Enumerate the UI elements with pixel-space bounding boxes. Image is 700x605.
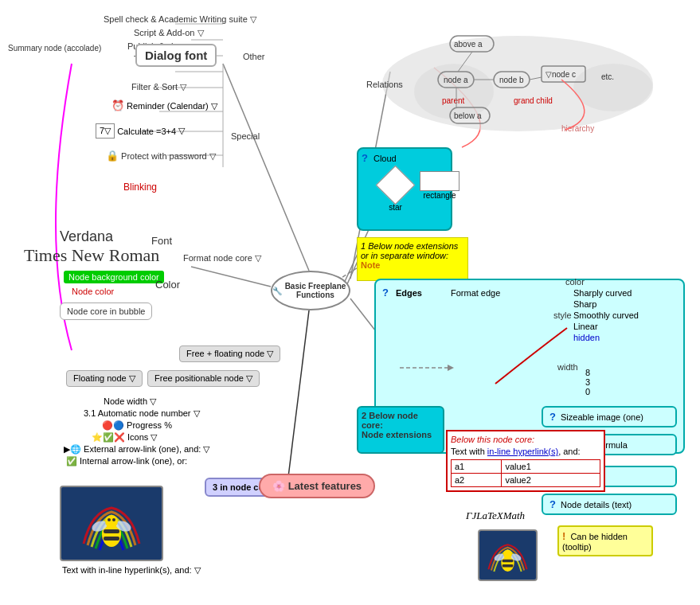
below-node-cyan: 2 Below node core: Node extensions [357,406,444,454]
svg-rect-53 [503,564,514,567]
node-details-qmark: ? [549,498,556,510]
format-node-core[interactable]: Format node core ▽ [183,253,261,263]
svg-line-0 [223,64,309,271]
template-style-node[interactable]: Dialog font [135,44,217,67]
times-font-label: Times New Roman [24,245,159,266]
svg-rect-52 [503,559,514,561]
floating-node[interactable]: Floating node ▽ [66,370,143,387]
can-be-hidden: ! Can be hidden (tooltip) [557,525,653,556]
free-positionable-node[interactable]: Free positionable node ▽ [147,370,260,387]
excl-icon: ! [562,530,565,542]
edge-width-values: 8 3 0 [585,368,590,396]
cloud-qmark: ? [362,152,368,164]
tool-icon: 🔧 [272,287,282,295]
external-link[interactable]: ▶🌐 External arrow-link (one), and: ▽ [64,444,209,455]
blinking-text: Blinking [123,182,157,193]
progress[interactable]: 🔴🔵 Progress % [102,420,172,431]
filter-sort-menu[interactable]: Filter & Sort ▽ [131,82,186,92]
below-core-red: Below this node core: Text with in-line … [446,430,605,492]
node-width[interactable]: Node width ▽ [104,396,156,407]
reminder-item[interactable]: ⏰ Reminder (Calendar) ▽ [111,100,217,111]
relations-cloud: Relations above a node a node b ▽node c … [358,28,653,139]
svg-text:parent: parent [442,96,465,105]
icons-row[interactable]: ⭐✅❌ Icons ▽ [92,432,157,443]
svg-point-56 [503,549,512,558]
below-node-yellow: 1 Below node extensions or in separate w… [357,237,468,281]
verdana-font-label: Verdana [60,228,113,245]
svg-line-6 [191,267,271,287]
table-row: a2 value2 [452,474,600,487]
calculate-item[interactable]: 7▽ Calculate =3+4 ▽ [96,123,185,139]
sizeable-qmark: ? [549,411,556,423]
bee-bottom-right [478,529,538,581]
svg-point-24 [105,515,118,528]
flower-icon: 🌸 [272,480,285,492]
auto-number[interactable]: 3.1 Automatic node number ▽ [84,408,200,419]
edge-color-label: color [565,277,585,287]
svg-text:grand child: grand child [514,96,553,105]
svg-text:▽node c: ▽node c [546,70,576,79]
font-label: Font [151,235,172,247]
svg-text:etc.: etc. [601,72,614,81]
latest-features[interactable]: 🌸 Latest features [259,474,375,498]
svg-text:above a: above a [454,40,483,49]
svg-text:below a: below a [454,111,482,120]
sizeable-image-box: ? Sizeable image (one) [542,406,677,427]
text-hyperlink: Text with in-line hyperlink(s), and: ▽ [62,565,201,576]
edge-width-label: width [557,362,578,372]
svg-text:node b: node b [499,76,524,84]
spell-check-menu[interactable]: Spell check & Academic Writing suite ▽ [104,14,256,25]
svg-text:node a: node a [444,76,468,84]
svg-marker-50 [448,365,454,371]
svg-rect-20 [104,529,119,533]
svg-text:Relations: Relations [366,80,403,89]
protect-item[interactable]: 🔒 Protect with password ▽ [106,150,216,162]
edge-style-options: Sharply curved Sharp Smoothly curved Lin… [573,287,639,344]
central-node[interactable]: 🔧 Basic Freeplane Functions [271,271,350,310]
bee-image [60,486,163,561]
other-label: Other [243,52,265,61]
internal-link[interactable]: ✅ Internal arrow-link (one), or: [66,456,187,466]
free-float-node[interactable]: Free + floating node ▽ [179,345,280,362]
node-details-box: ? Node details (text) [542,494,677,515]
cloud-shape-area: ? Cloud star rectangle [357,147,452,231]
edge-style-label: style [553,310,572,320]
table-row: a1 value1 [452,460,600,474]
color-label: Color [155,279,180,291]
svg-text:hierarchy: hierarchy [561,124,594,133]
node-bg-color: Node background color [64,271,164,283]
edges-qmark: ? [382,287,389,299]
summary-node: Summary node (accolade) [8,44,101,53]
script-addon-menu[interactable]: Script & Add-on ▽ [134,28,204,38]
svg-line-5 [287,310,309,490]
svg-point-26 [112,518,115,521]
svg-point-25 [108,518,111,521]
special-label: Special [231,131,260,141]
latex-formula: ΓJLaTeXMath [466,509,525,522]
node-color: Node color [72,287,114,296]
node-bubble: Node core in bubble [60,302,152,320]
svg-rect-21 [104,537,119,541]
